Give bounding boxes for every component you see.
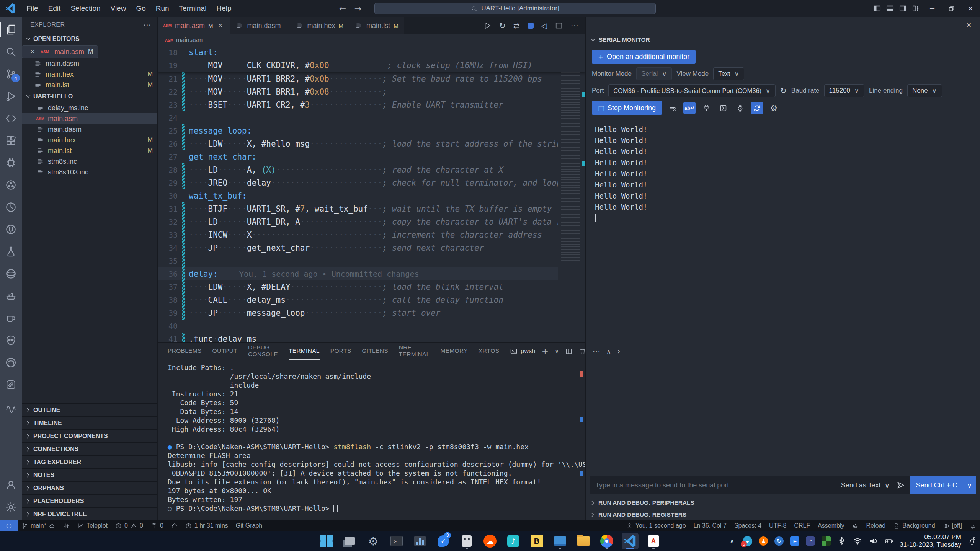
wrap-toggle-icon[interactable]: ab↵ bbox=[683, 102, 696, 114]
panel-tab[interactable]: NRF TERMINAL bbox=[399, 343, 430, 360]
close-tab-icon[interactable]: ✕ bbox=[217, 22, 224, 29]
maximize-panel-icon[interactable]: ∧ bbox=[606, 348, 611, 355]
panel-next-icon[interactable]: › bbox=[617, 347, 620, 356]
code-line[interactable]: 40 bbox=[158, 320, 585, 333]
tray-avast[interactable] bbox=[758, 536, 768, 546]
indentation[interactable]: Spaces: 4 bbox=[730, 520, 765, 531]
tray-sync[interactable]: ↻ bbox=[774, 536, 784, 546]
tray-wifi[interactable] bbox=[853, 536, 862, 546]
sidebar-section-header[interactable]: PLACEHOLDERS bbox=[22, 494, 157, 507]
activity-timer[interactable] bbox=[0, 196, 22, 218]
view-mode-select[interactable]: Text ∨ bbox=[713, 67, 744, 80]
file-tree-item[interactable]: main.dasm bbox=[22, 124, 157, 135]
code-line[interactable]: 31 ····BTJF····UART1_SR, #7, wait_tx_buf… bbox=[158, 202, 585, 215]
file-tree-item[interactable]: stm8s.inc bbox=[22, 156, 157, 167]
split-editor-icon[interactable] bbox=[555, 21, 563, 30]
send-as-select[interactable]: Send as Text ∨ bbox=[841, 481, 896, 489]
notifications[interactable] bbox=[966, 520, 980, 531]
terminal-box-icon[interactable] bbox=[717, 102, 729, 114]
editor-tab[interactable]: main.hex M bbox=[290, 17, 350, 34]
taskbar-device-tool[interactable] bbox=[458, 533, 475, 549]
code-line[interactable]: 24 bbox=[158, 111, 585, 124]
sidebar-section-header[interactable]: OUTLINE bbox=[22, 403, 157, 416]
restart-icon[interactable]: ↻ bbox=[499, 21, 506, 30]
folder-header[interactable]: UART-HELLO bbox=[22, 90, 157, 103]
kill-terminal-icon[interactable] bbox=[579, 347, 586, 355]
serial-output[interactable]: Hello World!Hello World!Hello World!Hell… bbox=[586, 119, 980, 474]
split-terminal-icon[interactable] bbox=[565, 347, 573, 355]
code-line[interactable]: 21 ····MOV·····UART1_BRR2, #0x0b········… bbox=[158, 72, 585, 85]
forwarded-ports[interactable]: 0 bbox=[147, 520, 167, 531]
close-panel-icon[interactable]: ✕ bbox=[966, 21, 972, 29]
taskbar-acrobat[interactable]: A bbox=[645, 533, 662, 549]
activity-testing[interactable] bbox=[0, 240, 22, 262]
code-line[interactable]: 27 get_next_char: bbox=[158, 150, 585, 163]
activity-platformio[interactable] bbox=[0, 329, 22, 351]
activity-web[interactable] bbox=[0, 262, 22, 285]
open-additional-monitor-button[interactable]: + Open an additional monitor bbox=[592, 50, 696, 64]
code-line[interactable]: 23 ····BSET····UART1_CR2, #3············… bbox=[158, 98, 585, 111]
port-select[interactable]: COM36 - Prolific USB-to-Serial Comm Port… bbox=[608, 84, 776, 97]
code-line[interactable]: 26 ····LDW·····X, #hello_msg············… bbox=[158, 137, 585, 150]
panel-more-icon[interactable]: ⋯ bbox=[593, 347, 600, 356]
git-branch[interactable]: main* bbox=[18, 520, 59, 531]
menu-item[interactable]: Terminal bbox=[174, 0, 212, 17]
history-back-icon[interactable]: ← bbox=[337, 3, 348, 14]
tray-activity[interactable] bbox=[821, 536, 831, 546]
activity-java[interactable] bbox=[0, 307, 22, 329]
tray-volume[interactable] bbox=[868, 536, 878, 546]
panel-tab[interactable]: GITLENS bbox=[362, 343, 388, 360]
taskbar-clock[interactable]: 05:02:07 PM 31-10-2023, Tuesday bbox=[900, 533, 961, 549]
open-editor-item[interactable]: ✕ ASM main.asm M bbox=[22, 45, 98, 58]
sidebar-section-header[interactable]: ORPHANS bbox=[22, 481, 157, 494]
code-line[interactable]: 41 .func·delay_ms bbox=[158, 333, 585, 342]
panel-tab[interactable]: PROBLEMS bbox=[168, 343, 202, 360]
send-ctrl-c-button[interactable]: Send Ctrl + C ∨ bbox=[910, 476, 976, 494]
run-file-icon[interactable] bbox=[483, 21, 492, 30]
teleplot[interactable]: Teleplot bbox=[74, 520, 111, 531]
activity-extensions[interactable] bbox=[0, 129, 22, 152]
tray-quotes-app[interactable]: ” bbox=[805, 536, 815, 546]
sidebar-section-header[interactable]: TAG EXPLORER bbox=[22, 455, 157, 468]
new-terminal-icon[interactable]: + bbox=[542, 347, 549, 356]
collapsed-section-header[interactable]: RUN AND DEBUG: PERIPHERALS bbox=[586, 497, 980, 509]
open-editors-header[interactable]: OPEN EDITORS bbox=[22, 33, 157, 45]
serial-message-input[interactable]: Type in a message to send to the serial … bbox=[590, 481, 841, 489]
taskbar-settings[interactable]: ⚙ bbox=[365, 533, 382, 549]
background-task[interactable]: Background bbox=[889, 520, 939, 531]
toggle-secondary-sidebar-icon[interactable] bbox=[897, 0, 910, 17]
menu-item[interactable]: File bbox=[21, 0, 43, 17]
taskbar-amazon-music[interactable]: ♪ bbox=[505, 533, 522, 549]
activity-manage[interactable] bbox=[0, 496, 22, 518]
autoscroll-icon[interactable] bbox=[751, 102, 763, 114]
taskbar-remote-desktop[interactable] bbox=[552, 533, 568, 549]
timestamp-icon[interactable] bbox=[734, 102, 746, 114]
code-line[interactable]: 37 ····LDW·····X, #DELAY················… bbox=[158, 280, 585, 293]
taskbar-system-monitor[interactable] bbox=[412, 533, 428, 549]
code-line[interactable]: 34 ····JP······get_next_char············… bbox=[158, 241, 585, 254]
baud-rate-select[interactable]: 115200 ∨ bbox=[824, 84, 864, 97]
code-editor[interactable]: 18 start: 19 MOV CLK_CKDIVR, #0x00 ; clo… bbox=[158, 46, 585, 342]
file-tree-item[interactable]: delay_ms.inc bbox=[22, 103, 157, 113]
activity-source-control[interactable]: 4 bbox=[0, 63, 22, 85]
command-center-search[interactable]: UART-Hello [Administrator] bbox=[374, 3, 656, 14]
tray-hidden-icons[interactable]: ∧ bbox=[727, 536, 737, 546]
code-line[interactable]: 29 ····JREQ····delay····················… bbox=[158, 176, 585, 189]
eol[interactable]: CRLF bbox=[790, 520, 814, 531]
home[interactable] bbox=[167, 520, 181, 531]
taskbar-start[interactable] bbox=[318, 533, 335, 549]
open-editor-item[interactable]: main.lst M bbox=[22, 80, 157, 90]
code-line[interactable]: 39 ····JP······message_loop·············… bbox=[158, 306, 585, 320]
activity-github[interactable] bbox=[0, 351, 22, 373]
activity-docker[interactable] bbox=[0, 285, 22, 307]
terminal-shell-selector[interactable]: pwsh bbox=[510, 347, 536, 355]
screencast-mode[interactable]: [off] bbox=[939, 520, 966, 531]
editor-tab[interactable]: ASM main.asm M ✕ bbox=[158, 17, 230, 34]
menu-item[interactable]: Edit bbox=[43, 0, 66, 17]
editor-tab[interactable]: main.lst M bbox=[349, 17, 404, 34]
tray-battery[interactable] bbox=[884, 536, 894, 546]
serial-monitor-header[interactable]: SERIAL MONITOR bbox=[586, 33, 980, 47]
terminal-output[interactable]: Include Paths: . /usr/local/share/naken_… bbox=[158, 360, 585, 520]
file-tree-item[interactable]: stm8s103.inc bbox=[22, 167, 157, 178]
panel-tab[interactable]: MEMORY bbox=[441, 343, 468, 360]
